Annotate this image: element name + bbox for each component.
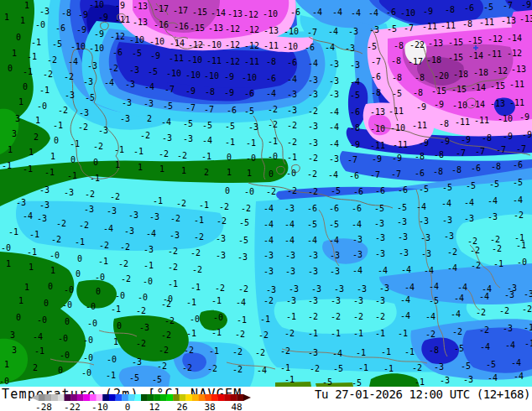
temp-value-label: -12	[225, 40, 240, 49]
temp-value-label: -3	[149, 212, 159, 221]
temp-value-label: -3	[64, 188, 74, 197]
temp-value-label: -2	[287, 121, 297, 130]
temp-value-label: -13	[501, 16, 516, 25]
temp-value-label: -10	[498, 114, 513, 123]
temp-value-label: -3	[331, 296, 341, 305]
temp-value-label: -3	[350, 60, 360, 70]
temp-value-label: -2	[136, 339, 146, 348]
temp-value-label: -1	[209, 346, 219, 356]
temp-value-label: -6	[464, 3, 474, 13]
temp-value-label: -3	[284, 204, 295, 213]
temp-value-label: -10	[206, 40, 222, 49]
temp-value-label: -4	[103, 224, 113, 233]
temp-value-label: -2	[140, 131, 150, 140]
temp-value-label: -14	[170, 39, 185, 48]
colorbar-tick-label: 12	[149, 402, 159, 411]
temp-value-label: -7	[503, 1, 513, 10]
temp-value-label: 1	[113, 337, 118, 346]
temp-value-label: -2	[287, 186, 297, 195]
temp-value-label: -3	[125, 80, 135, 89]
temp-value-label: -3	[329, 154, 339, 164]
temp-value-label: 3	[12, 346, 17, 355]
temp-value-label: -2	[120, 242, 130, 252]
temp-value-label: -1	[34, 346, 44, 356]
temp-value-label: -4	[263, 220, 274, 229]
colorbar-tick-label: -28	[35, 402, 52, 411]
temp-value-label: -2	[78, 122, 88, 132]
temp-value-label: -4	[329, 107, 339, 117]
temp-value-label: -5	[442, 183, 452, 192]
temp-value-label: -1	[143, 261, 154, 270]
temp-value-label: -1	[67, 171, 77, 180]
temp-value-label: -7	[307, 28, 317, 37]
temp-value-label: -1	[186, 298, 196, 307]
temp-value-label: -3	[216, 251, 226, 260]
temp-value-label: -4	[266, 89, 276, 98]
temp-value-label: 2	[204, 168, 209, 177]
temp-value-label: -13	[511, 65, 526, 74]
temp-value-label: -4	[68, 57, 78, 66]
temp-value-label: -7	[370, 170, 380, 179]
temp-value-label: -10	[149, 37, 164, 46]
temp-value-label: -0	[246, 153, 256, 163]
temp-value-label: -2	[108, 64, 118, 73]
temp-value-label: -1	[356, 348, 366, 357]
temp-value-label: -10	[70, 42, 86, 51]
temp-value-label: -0	[37, 101, 47, 111]
temp-value-label: -6	[375, 186, 385, 195]
temp-value-label: -5	[152, 375, 162, 384]
temp-value-label: -3	[263, 267, 274, 276]
temp-value-label: -3	[311, 284, 321, 294]
temp-value-label: -1	[524, 323, 532, 332]
temp-value-label: -2	[194, 232, 204, 242]
temp-value-label: -3	[237, 252, 248, 262]
temp-value-label: -18	[453, 70, 468, 79]
temp-value-label: 0	[93, 158, 98, 167]
temp-value-label: 0	[23, 82, 28, 91]
temp-value-label: -4	[287, 75, 297, 84]
temp-value-label: -13	[519, 14, 532, 23]
temp-value-label: -3	[216, 234, 226, 243]
temp-value-label: -1	[260, 315, 270, 324]
temp-value-label: 1	[29, 148, 34, 157]
temp-value-label: -2	[164, 316, 175, 325]
temp-value-label: -1	[44, 168, 55, 177]
temp-value-label: -1	[516, 241, 526, 250]
temp-value-label: -3	[129, 65, 139, 75]
temp-value-label: 3	[10, 330, 15, 340]
temp-value-label: -2	[219, 202, 229, 211]
temp-value-label: -3	[308, 138, 318, 148]
temp-value-label: -5	[307, 220, 317, 229]
temp-value-label: -3	[434, 362, 444, 372]
temp-value-label: -3	[444, 232, 454, 241]
temp-value-label: 0	[117, 321, 122, 330]
temp-value-label: -2	[268, 120, 278, 129]
temp-value-label: -6	[329, 204, 339, 213]
temp-value-label: -15	[192, 8, 207, 17]
temp-value-label: -4	[308, 59, 318, 68]
temp-value-label: -4	[263, 204, 274, 213]
temp-value-label: -8	[415, 152, 425, 161]
temp-value-label: -2	[56, 219, 66, 228]
temp-value-label: -3	[464, 214, 474, 223]
colorbar-segment	[237, 394, 243, 401]
temp-value-label: -0	[86, 302, 96, 311]
temp-value-label: -9	[94, 29, 104, 39]
temp-value-label: -3	[419, 216, 429, 226]
temp-value-label: 1	[18, 97, 23, 107]
temp-value-label: -2	[51, 235, 61, 244]
temp-value-label: -13	[370, 107, 385, 117]
temp-value-label: -7	[204, 105, 214, 114]
temp-value-label: -1	[53, 121, 63, 130]
temp-value-label: -4	[307, 236, 317, 245]
temp-value-label: -11	[422, 22, 437, 31]
colorbar-segment	[154, 394, 160, 401]
temp-value-label: -12	[244, 41, 259, 50]
temp-value-label: -5	[513, 178, 523, 187]
temp-value-label: 0	[16, 313, 21, 322]
temp-value-label: -2	[255, 348, 265, 357]
temp-value-label: -1	[70, 139, 80, 148]
temp-value-label: -6	[55, 23, 65, 33]
temp-value-label: -15	[451, 85, 467, 94]
temp-value-label: -0	[517, 258, 527, 267]
